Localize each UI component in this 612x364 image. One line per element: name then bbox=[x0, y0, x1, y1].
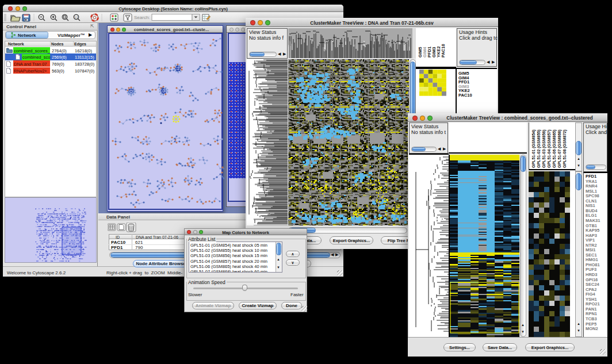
svg-text:Search:: Search: bbox=[134, 15, 150, 20]
svg-text:1:1: 1:1 bbox=[74, 16, 78, 19]
